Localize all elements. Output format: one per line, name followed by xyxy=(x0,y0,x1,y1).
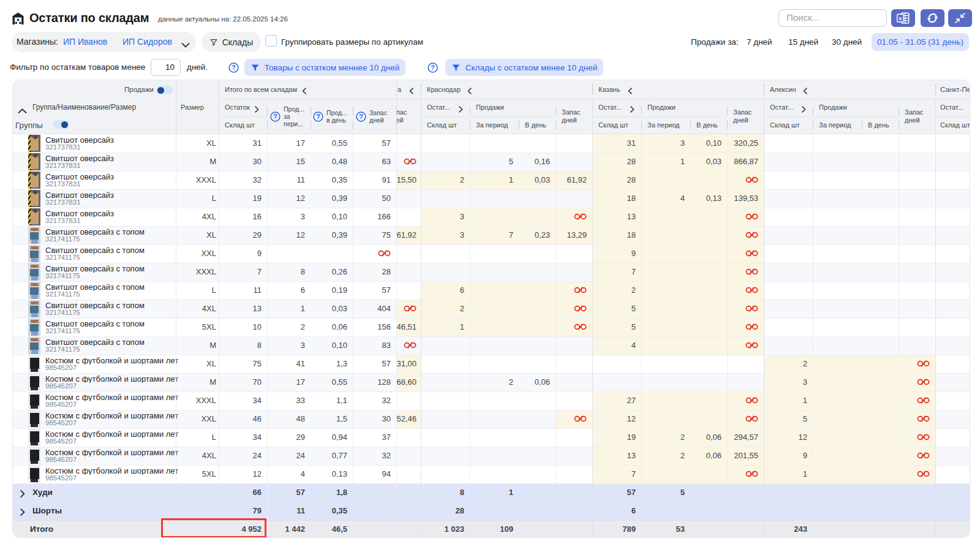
svg-text:?: ? xyxy=(273,113,277,120)
svg-text:?: ? xyxy=(359,113,363,120)
svg-text:?: ? xyxy=(232,64,235,71)
svg-text:?: ? xyxy=(316,113,320,120)
svg-text:x: x xyxy=(899,15,902,21)
svg-text:?: ? xyxy=(431,64,434,71)
